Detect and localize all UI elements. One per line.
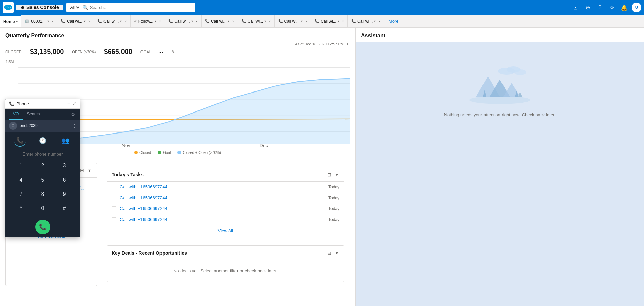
refresh-icon[interactable]: ↻ [347, 42, 350, 46]
edit-goal-icon[interactable]: ✎ [171, 49, 175, 54]
call-button[interactable]: 📞 [35, 220, 50, 234]
view-all-tasks-link[interactable]: View All [107, 225, 344, 237]
more-tabs-button[interactable]: More [384, 15, 403, 27]
task-name-3[interactable]: Call with +16506697244 [120, 206, 325, 211]
tab-00001[interactable]: 🏢 00001... ▾ × [21, 15, 57, 27]
calendar-chevron-icon[interactable]: ▾ [87, 167, 92, 174]
dialpad-8[interactable]: 8 [33, 188, 53, 201]
settings-icon[interactable]: ⚙ [607, 3, 617, 12]
tasks-filter-icon[interactable]: ⊟ [326, 171, 333, 178]
tasks-chevron-icon[interactable]: ▾ [334, 171, 339, 178]
salesforce-logo[interactable] [3, 2, 14, 13]
add-icon[interactable]: ⊕ [583, 3, 592, 12]
tab-follow-close[interactable]: × [159, 19, 161, 23]
tab-call-5[interactable]: 📞 Call wi... ▾ × [238, 15, 275, 27]
tab-call-7-label: Call wi... [321, 19, 336, 24]
task-name-1[interactable]: Call with +16506697244 [120, 184, 325, 189]
tab-call-4[interactable]: 📞 Call wi... ▾ × [202, 15, 238, 27]
tab-call-2[interactable]: 📞 Call wi... ▾ × [94, 15, 131, 27]
legend-goal: Goal [158, 150, 171, 155]
dialpad-1[interactable]: 1 [11, 159, 31, 172]
task-name-2[interactable]: Call with +16506697244 [120, 195, 325, 200]
new-window-icon[interactable]: ⊡ [571, 3, 580, 12]
tab-00001-chevron[interactable]: ▾ [47, 19, 49, 23]
more-label: More [389, 19, 399, 24]
task-row-2: Call with +16506697244 Today [107, 192, 344, 203]
phone-minimize-btn[interactable]: − [67, 101, 70, 106]
tab-call-6-chevron[interactable]: ▾ [301, 19, 303, 23]
key-deals-filter-icon[interactable]: ⊟ [326, 250, 333, 257]
dialpad-4[interactable]: 4 [11, 174, 31, 186]
dialpad-star[interactable]: * [11, 202, 31, 215]
home-tab-label: Home [3, 19, 15, 24]
search-icon: 🔍 [82, 5, 88, 10]
tab-call-4-close[interactable]: × [232, 19, 234, 23]
tab-call-1[interactable]: 📞 Call wi... ▾ × [57, 15, 94, 27]
tab-home[interactable]: Home ▾ [0, 15, 21, 27]
right-column: Today's Tasks ⊟ ▾ Call with +16506697244… [101, 163, 350, 286]
phone-icon: 📞 [9, 101, 14, 106]
tab-call-8-close[interactable]: × [378, 19, 380, 23]
tab-call-7-close[interactable]: × [342, 19, 344, 23]
app-launcher-button[interactable]: ⊞ Sales Console [16, 5, 63, 10]
voicemail-options-icon[interactable]: ⋮ [72, 123, 77, 128]
legend-closed-open-label: Closed + Open (>70%) [183, 150, 221, 155]
phone-tab-vo[interactable]: VO [9, 109, 23, 120]
notification-icon[interactable]: 🔔 [620, 3, 629, 12]
search-input[interactable] [90, 5, 192, 10]
main-layout: Quarterly Performance As of Dec 18, 2020… [0, 28, 644, 306]
tab-call-3[interactable]: 📞 Call wi... ▾ × [165, 15, 202, 27]
tab-follow[interactable]: ✔ Follow... ▾ × [131, 15, 165, 27]
task-checkbox-4[interactable] [112, 217, 116, 222]
tab-call-7[interactable]: 📞 Call wi... ▾ × [311, 15, 348, 27]
tab-call-5-chevron[interactable]: ▾ [264, 19, 266, 23]
task-name-4[interactable]: Call with +16506697244 [120, 217, 325, 222]
phone-number-input[interactable] [9, 151, 77, 157]
tab-call-8[interactable]: 📞 Call wi... ▾ × [348, 15, 384, 27]
help-icon[interactable]: ? [595, 3, 605, 12]
tab-call-3-chevron[interactable]: ▾ [191, 19, 193, 23]
tab-follow-chevron[interactable]: ▾ [155, 19, 156, 23]
dialpad-9[interactable]: 9 [54, 188, 75, 201]
phone-tabs: VO Search ⚙ [5, 109, 80, 120]
tab-call-5-close[interactable]: × [269, 19, 271, 23]
tab-call-7-chevron[interactable]: ▾ [338, 19, 339, 23]
tab-call-6-close[interactable]: × [305, 19, 307, 23]
phone-voicemail-row: O onel.2039 ⋮ [5, 120, 80, 132]
tab-call-2-chevron[interactable]: ▾ [120, 19, 122, 23]
dialpad-0[interactable]: 0 [33, 202, 53, 215]
tab-call-3-label: Call wi... [174, 19, 190, 24]
phone-expand-btn[interactable]: ⤢ [73, 101, 77, 106]
tab-call-3-close[interactable]: × [196, 19, 198, 23]
phone-call-action-icon[interactable]: 📞 [14, 135, 26, 147]
dialpad-7[interactable]: 7 [11, 188, 31, 201]
tab-call-6[interactable]: 📞 Call wi... ▾ × [275, 15, 311, 27]
user-avatar[interactable]: U [632, 3, 641, 12]
home-tab-chevron[interactable]: ▾ [16, 20, 18, 23]
dialpad-3[interactable]: 3 [54, 159, 75, 172]
tab-call-8-label: Call wi... [357, 19, 373, 24]
tab-call-2-close[interactable]: × [125, 19, 127, 23]
tab-call-4-chevron[interactable]: ▾ [228, 19, 229, 23]
phone-widget: 📞 Phone − ⤢ VO Search ⚙ O onel.2039 ⋮ 📞 [5, 99, 80, 237]
phone-tab-search[interactable]: Search [23, 109, 44, 120]
task-checkbox-3[interactable] [112, 206, 116, 211]
quarterly-as-of: As of Dec 18, 2020 12:57 PM ↻ [5, 42, 350, 46]
tab-00001-close[interactable]: × [52, 19, 54, 23]
task-checkbox-2[interactable] [112, 196, 116, 200]
dialpad-5[interactable]: 5 [33, 174, 53, 186]
dialpad-hash[interactable]: # [54, 202, 75, 215]
phone-contacts-action-icon[interactable]: 👥 [59, 135, 72, 147]
phone-history-action-icon[interactable]: 🕐 [37, 135, 49, 147]
svg-point-23 [514, 69, 526, 75]
assistant-illustration: Nothing needs your attention right now. … [356, 49, 644, 124]
search-filter-select[interactable]: All [69, 5, 80, 10]
tab-call-8-chevron[interactable]: ▾ [374, 19, 376, 23]
phone-settings-icon[interactable]: ⚙ [70, 109, 77, 120]
dialpad-2[interactable]: 2 [33, 159, 53, 172]
tab-call-1-close[interactable]: × [88, 19, 90, 23]
dialpad-6[interactable]: 6 [54, 174, 75, 186]
key-deals-chevron-icon[interactable]: ▾ [334, 250, 339, 257]
tab-call-1-chevron[interactable]: ▾ [84, 19, 86, 23]
task-checkbox-1[interactable] [112, 185, 116, 189]
